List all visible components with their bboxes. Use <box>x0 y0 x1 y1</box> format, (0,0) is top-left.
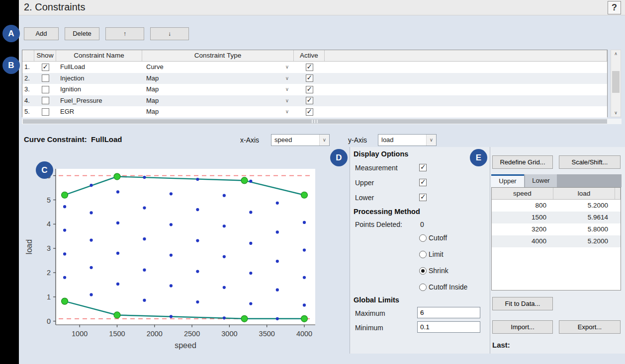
display-options-panel: Display Options MeasurementUpperLower Pr… <box>350 147 490 354</box>
annotation-badge-b: B <box>2 57 20 74</box>
show-checkbox[interactable] <box>42 97 49 104</box>
method-radio[interactable] <box>419 267 427 275</box>
maximum-field[interactable] <box>417 307 480 318</box>
grid-load-cell[interactable]: 5.9614 <box>553 212 615 223</box>
display-option-checkbox[interactable] <box>419 194 427 201</box>
grid-load-cell[interactable]: 5.8000 <box>553 223 615 235</box>
grid-row[interactable]: 32005.8000 <box>492 223 621 235</box>
display-option-checkbox[interactable] <box>419 179 427 186</box>
tab-upper[interactable]: Upper <box>491 174 524 187</box>
grid-row[interactable]: 15005.9614 <box>492 212 621 223</box>
measurement-data-point <box>143 237 146 240</box>
display-option-label: Lower <box>355 194 374 202</box>
constraint-plot[interactable]: 10001500200025003000350040000123456speed… <box>19 147 350 354</box>
col-filler <box>615 188 621 199</box>
tab-lower[interactable]: Lower <box>525 174 557 187</box>
active-checkbox[interactable] <box>306 108 313 116</box>
delete-button[interactable]: Delete <box>65 27 99 40</box>
constraint-type-dropdown[interactable]: Map∨ <box>142 84 294 95</box>
table-row[interactable]: 3.IgnitionMap∨ <box>22 84 607 95</box>
method-radio[interactable] <box>419 234 427 242</box>
horizontal-scrollbar[interactable] <box>22 119 622 124</box>
measurement-data-point <box>276 202 279 205</box>
measurement-data-point <box>223 255 226 258</box>
export-button[interactable]: Export... <box>559 320 621 334</box>
method-radio[interactable] <box>419 251 427 258</box>
y-tick-label: 4 <box>47 220 51 228</box>
col-speed: speed <box>492 188 553 199</box>
y-axis-dropdown[interactable]: load ∨ <box>378 134 437 146</box>
grid-load-cell[interactable]: 5.2000 <box>553 235 615 247</box>
chevron-down-icon: ∨ <box>285 73 289 84</box>
display-option-checkbox[interactable] <box>419 164 427 171</box>
measurement-data-point <box>249 211 252 214</box>
measurement-data-point <box>116 221 119 224</box>
lower-boundary-marker <box>301 315 308 322</box>
measurement-data-point <box>196 178 199 181</box>
scroll-down-icon[interactable]: ∨ <box>611 109 621 117</box>
grid-speed-cell[interactable]: 1500 <box>492 212 553 223</box>
minimum-field[interactable] <box>417 321 480 333</box>
filler-cell <box>325 106 607 118</box>
curve-constraint-name: FullLoad <box>91 135 122 144</box>
grid-speed-cell[interactable]: 3200 <box>492 223 553 235</box>
measurement-data-point <box>63 228 66 231</box>
method-radio[interactable] <box>419 284 427 291</box>
constraint-name-cell[interactable]: Fuel_Pressure <box>56 95 142 107</box>
constraint-name-cell[interactable]: FullLoad <box>56 62 142 73</box>
grid-speed-cell[interactable]: 4000 <box>492 235 553 247</box>
horizontal-scroll-thumb[interactable] <box>23 119 607 124</box>
col-name: Constraint Name <box>56 50 142 61</box>
show-checkbox[interactable] <box>42 74 49 82</box>
show-checkbox[interactable] <box>42 64 49 71</box>
measurement-data-point <box>116 283 119 286</box>
constraint-name-cell[interactable]: Injection <box>56 73 142 84</box>
move-up-button[interactable]: ↑ <box>105 27 144 40</box>
x-tick-label: 4000 <box>296 330 312 338</box>
x-axis-dropdown[interactable]: speed ∨ <box>271 134 330 146</box>
table-row[interactable]: 5.EGRMap∨ <box>22 106 607 118</box>
boundary-points-table: speed load 8005.200015005.961432005.8000… <box>491 187 621 291</box>
constraint-name-cell[interactable]: EGR <box>56 106 142 118</box>
filler-cell <box>325 95 607 107</box>
measurement-data-point <box>63 205 66 208</box>
add-button[interactable]: Add <box>24 27 59 40</box>
grid-load-cell[interactable]: 5.2000 <box>553 200 615 212</box>
fit-to-data-button[interactable]: Fit to Data... <box>492 297 553 310</box>
chevron-down-icon: ∨ <box>285 95 289 106</box>
show-checkbox[interactable] <box>42 86 49 93</box>
chevron-down-icon: ∨ <box>319 135 329 146</box>
measurement-data-point <box>223 286 226 289</box>
constraint-type-dropdown[interactable]: Map∨ <box>142 73 294 84</box>
measurement-data-point <box>303 221 306 224</box>
move-down-button[interactable]: ↓ <box>150 27 189 40</box>
constraint-type-dropdown[interactable]: Curve∨ <box>142 62 294 73</box>
table-row[interactable]: 1.FullLoadCurve∨ <box>22 62 607 73</box>
constraint-type-dropdown[interactable]: Map∨ <box>142 106 294 118</box>
active-checkbox[interactable] <box>306 64 313 71</box>
active-checkbox[interactable] <box>306 86 313 93</box>
grid-row[interactable]: 8005.2000 <box>492 200 621 212</box>
scroll-up-icon[interactable]: ∧ <box>611 50 621 58</box>
vertical-scroll-thumb[interactable] <box>612 71 620 93</box>
show-checkbox[interactable] <box>42 108 49 116</box>
active-checkbox[interactable] <box>306 74 313 82</box>
redefine-grid-button[interactable]: Redefine Grid... <box>492 155 553 169</box>
vertical-scrollbar[interactable]: ∧ ∨ <box>611 50 621 117</box>
active-checkbox[interactable] <box>306 97 313 104</box>
display-options-heading: Display Options <box>354 150 408 158</box>
grid-row[interactable]: 40005.2000 <box>492 235 621 247</box>
import-button[interactable]: Import... <box>492 320 553 334</box>
help-button[interactable]: ? <box>608 1 621 14</box>
scale-shift-button[interactable]: Scale/Shift... <box>559 155 621 169</box>
table-row[interactable]: 4.Fuel_PressureMap∨ <box>22 95 607 107</box>
table-row[interactable]: 2.InjectionMap∨ <box>22 73 607 84</box>
show-cell <box>34 84 56 95</box>
constraint-name-cell[interactable]: Ignition <box>56 84 142 95</box>
constraints-table-body: 1.FullLoadCurve∨2.InjectionMap∨3.Ignitio… <box>22 62 607 118</box>
show-cell <box>34 62 56 73</box>
constraint-type-dropdown[interactable]: Map∨ <box>142 95 294 107</box>
measurement-data-point <box>63 276 66 279</box>
chevron-down-icon: ∨ <box>426 135 436 146</box>
grid-speed-cell[interactable]: 800 <box>492 200 553 212</box>
